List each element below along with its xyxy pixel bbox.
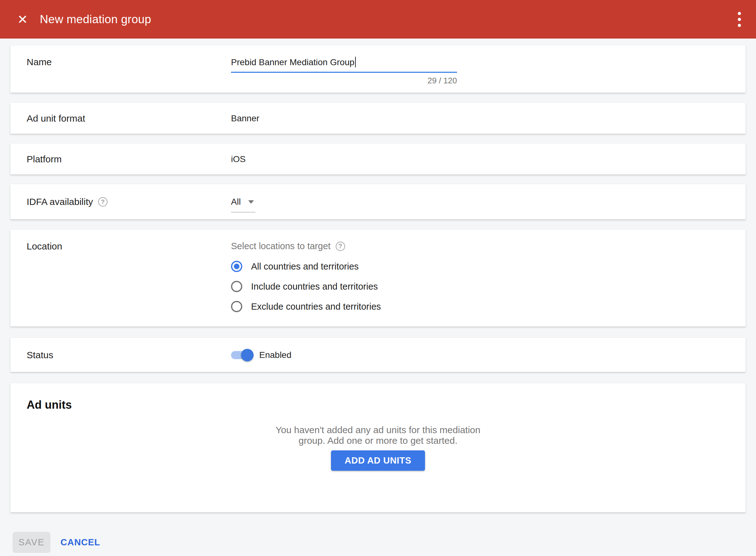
location-options: All countries and territories Include co… — [231, 256, 381, 317]
app-bar: ✕ New mediation group — [0, 0, 756, 39]
name-card: Name Prebid Banner Mediation Group 29 / … — [10, 45, 746, 93]
chevron-down-icon — [248, 200, 254, 204]
status-label: Status — [27, 350, 231, 360]
name-input[interactable]: Prebid Banner Mediation Group — [231, 57, 457, 73]
radio-option-include-countries[interactable]: Include countries and territories — [231, 276, 381, 297]
status-value: Enabled — [259, 350, 291, 360]
idfa-card: IDFA availability ? All — [10, 184, 746, 219]
status-card: Status Enabled — [10, 338, 746, 372]
location-helper-text: Select locations to target — [231, 241, 331, 251]
ad-units-title: Ad units — [27, 398, 746, 412]
platform-card: Platform iOS — [10, 144, 746, 175]
footer-actions: SAVE CANCEL — [10, 532, 746, 553]
toggle-knob — [241, 349, 253, 361]
ad-units-empty-state: You haven't added any ad units for this … — [10, 425, 746, 446]
name-input-value: Prebid Banner Mediation Group — [231, 57, 354, 67]
add-ad-units-button[interactable]: ADD AD UNITS — [331, 450, 425, 471]
idfa-label: IDFA availability — [27, 197, 93, 207]
ad-unit-format-label: Ad unit format — [27, 113, 231, 124]
idfa-help-icon[interactable]: ? — [98, 197, 107, 207]
radio-unselected-icon[interactable] — [231, 301, 242, 312]
ad-unit-format-card: Ad unit format Banner — [10, 103, 746, 134]
idfa-selected-value: All — [231, 197, 241, 207]
radio-unselected-icon[interactable] — [231, 281, 242, 292]
radio-option-exclude-countries[interactable]: Exclude countries and territories — [231, 297, 381, 317]
name-char-counter: 29 / 120 — [427, 76, 457, 85]
platform-label: Platform — [27, 154, 231, 165]
status-toggle[interactable] — [231, 351, 250, 359]
location-card: Location Select locations to target ? Al… — [10, 230, 746, 326]
overflow-menu-icon[interactable] — [736, 10, 743, 29]
text-caret — [355, 57, 356, 67]
idfa-select[interactable]: All — [231, 197, 255, 212]
location-help-icon[interactable]: ? — [336, 242, 345, 251]
cancel-button[interactable]: CANCEL — [61, 537, 100, 548]
radio-selected-icon[interactable] — [231, 261, 242, 272]
save-button[interactable]: SAVE — [12, 532, 50, 553]
close-icon[interactable]: ✕ — [16, 12, 30, 26]
platform-value: iOS — [231, 154, 246, 164]
ad-unit-format-value: Banner — [231, 113, 259, 124]
location-label: Location — [27, 241, 231, 317]
radio-option-all-countries[interactable]: All countries and territories — [231, 256, 381, 276]
name-label: Name — [27, 45, 231, 93]
page-title: New mediation group — [40, 13, 151, 26]
ad-units-card: Ad units You haven't added any ad units … — [10, 383, 746, 513]
